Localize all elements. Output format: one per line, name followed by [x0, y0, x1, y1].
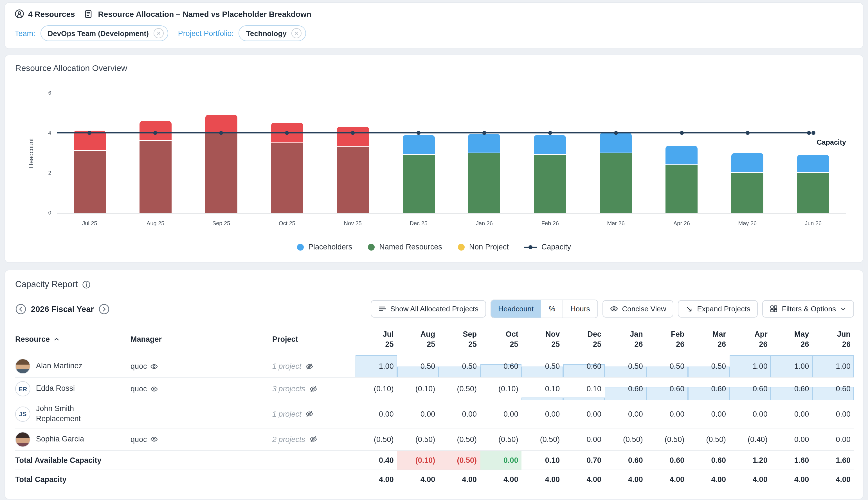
eye-off-icon[interactable]	[309, 435, 317, 443]
capacity-cell[interactable]: 0.00	[771, 428, 812, 450]
resource-cell[interactable]: Alan Martinez	[15, 355, 130, 377]
legend-item-non-project[interactable]: Non Project	[458, 243, 509, 251]
bar-segment[interactable]	[534, 135, 566, 155]
capacity-cell[interactable]: (0.50)	[480, 428, 522, 450]
capacity-cell[interactable]: (0.50)	[646, 428, 688, 450]
bar-segment[interactable]	[271, 143, 303, 213]
bar-segment[interactable]	[402, 135, 435, 155]
capacity-cell[interactable]: 0.00	[522, 400, 563, 428]
capacity-cell[interactable]: 0.00	[397, 400, 439, 428]
resource-name[interactable]: Sophia Garcia	[36, 434, 84, 444]
bar-segment[interactable]	[74, 151, 106, 213]
capacity-cell[interactable]: 0.60	[646, 377, 688, 400]
capacity-cell[interactable]: 0.10	[563, 377, 605, 400]
capacity-cell[interactable]: 0.00	[563, 428, 605, 450]
capacity-cell[interactable]: (0.50)	[438, 377, 480, 400]
capacity-cell[interactable]: (0.50)	[438, 428, 480, 450]
capacity-cell[interactable]: 0.50	[438, 355, 480, 377]
team-filter-pill[interactable]: DevOps Team (Development)	[40, 25, 168, 41]
bar-segment[interactable]	[666, 146, 698, 165]
capacity-cell[interactable]: 1.00	[355, 355, 397, 377]
capacity-cell[interactable]: 0.00	[563, 400, 605, 428]
resource-cell[interactable]: JSJohn Smith Replacement	[15, 400, 130, 428]
resource-cell[interactable]: Sophia Garcia	[15, 428, 130, 450]
bar-segment[interactable]	[337, 127, 369, 147]
capacity-cell[interactable]: (0.10)	[355, 377, 397, 400]
capacity-cell[interactable]: (0.50)	[397, 428, 439, 450]
capacity-cell[interactable]: (0.50)	[688, 428, 729, 450]
legend-item-capacity[interactable]: Capacity	[525, 243, 571, 251]
bar-segment[interactable]	[402, 155, 435, 213]
capacity-cell[interactable]: 0.00	[771, 400, 812, 428]
bar-segment[interactable]	[600, 153, 632, 213]
unit-hours-button[interactable]: Hours	[563, 300, 597, 318]
capacity-cell[interactable]: 0.00	[605, 400, 646, 428]
bar-segment[interactable]	[468, 134, 500, 153]
column-header-manager[interactable]: Manager	[130, 325, 272, 355]
expand-projects-button[interactable]: Expand Projects	[678, 300, 758, 318]
capacity-cell[interactable]: 0.50	[646, 355, 688, 377]
project-cell[interactable]: 1 project	[272, 400, 355, 428]
info-icon[interactable]	[82, 280, 91, 288]
capacity-cell[interactable]: (0.10)	[397, 377, 439, 400]
portfolio-filter-remove-icon[interactable]	[292, 28, 302, 38]
capacity-cell[interactable]: (0.40)	[729, 428, 771, 450]
eye-icon[interactable]	[151, 362, 159, 370]
column-header-resource[interactable]: Resource	[15, 325, 130, 355]
unit-headcount-button[interactable]: Headcount	[491, 300, 541, 318]
capacity-cell[interactable]: 0.00	[812, 428, 854, 450]
project-cell[interactable]: 1 project	[272, 355, 355, 377]
bar-segment[interactable]	[600, 133, 632, 153]
capacity-cell[interactable]: 0.00	[355, 400, 397, 428]
portfolio-filter-pill[interactable]: Technology	[239, 25, 306, 41]
prev-fiscal-year-button[interactable]	[15, 303, 26, 315]
capacity-cell[interactable]: (0.10)	[480, 377, 522, 400]
resource-name[interactable]: Edda Rossi	[36, 384, 75, 394]
capacity-cell[interactable]: (0.50)	[605, 428, 646, 450]
capacity-cell[interactable]: 0.60	[771, 377, 812, 400]
team-filter-remove-icon[interactable]	[154, 28, 164, 38]
resource-name[interactable]: Alan Martinez	[36, 361, 82, 371]
capacity-cell[interactable]: 0.60	[729, 377, 771, 400]
bar-segment[interactable]	[797, 155, 829, 173]
resource-cell[interactable]: EREdda Rossi	[15, 377, 130, 400]
bar-segment[interactable]	[534, 155, 566, 213]
capacity-cell[interactable]: 0.60	[605, 377, 646, 400]
eye-icon[interactable]	[151, 385, 159, 393]
next-fiscal-year-button[interactable]	[98, 303, 110, 315]
eye-off-icon[interactable]	[309, 385, 317, 393]
bar-segment[interactable]	[205, 115, 237, 133]
filters-options-button[interactable]: Filters & Options	[762, 300, 854, 318]
capacity-cell[interactable]: 0.60	[480, 355, 522, 377]
capacity-cell[interactable]: 0.00	[688, 400, 729, 428]
bar-segment[interactable]	[797, 173, 829, 213]
resource-name[interactable]: John Smith Replacement	[36, 404, 102, 424]
capacity-cell[interactable]: 0.50	[605, 355, 646, 377]
legend-item-named-resources[interactable]: Named Resources	[368, 243, 442, 251]
bar-segment[interactable]	[666, 165, 698, 213]
bar-segment[interactable]	[731, 173, 763, 213]
capacity-cell[interactable]: (0.50)	[522, 428, 563, 450]
legend-item-placeholders[interactable]: Placeholders	[297, 243, 352, 251]
capacity-cell[interactable]: 0.50	[397, 355, 439, 377]
bar-segment[interactable]	[205, 133, 237, 213]
capacity-cell[interactable]: 0.50	[522, 355, 563, 377]
bar-segment[interactable]	[468, 153, 500, 213]
capacity-cell[interactable]: 1.00	[729, 355, 771, 377]
show-all-allocated-projects-button[interactable]: Show All Allocated Projects	[371, 300, 486, 318]
column-header-project[interactable]: Project	[272, 325, 355, 355]
bar-segment[interactable]	[731, 153, 763, 173]
unit-percent-button[interactable]: %	[541, 300, 563, 318]
capacity-cell[interactable]: 0.00	[480, 400, 522, 428]
capacity-cell[interactable]: 0.60	[688, 377, 729, 400]
capacity-cell[interactable]: 1.00	[771, 355, 812, 377]
eye-off-icon[interactable]	[305, 410, 313, 418]
eye-icon[interactable]	[151, 435, 159, 443]
concise-view-button[interactable]: Concise View	[602, 300, 673, 318]
capacity-cell[interactable]: 0.00	[438, 400, 480, 428]
bar-segment[interactable]	[337, 147, 369, 213]
capacity-cell[interactable]: (0.50)	[355, 428, 397, 450]
project-cell[interactable]: 2 projects	[272, 428, 355, 450]
project-cell[interactable]: 3 projects	[272, 377, 355, 400]
eye-off-icon[interactable]	[305, 362, 313, 370]
